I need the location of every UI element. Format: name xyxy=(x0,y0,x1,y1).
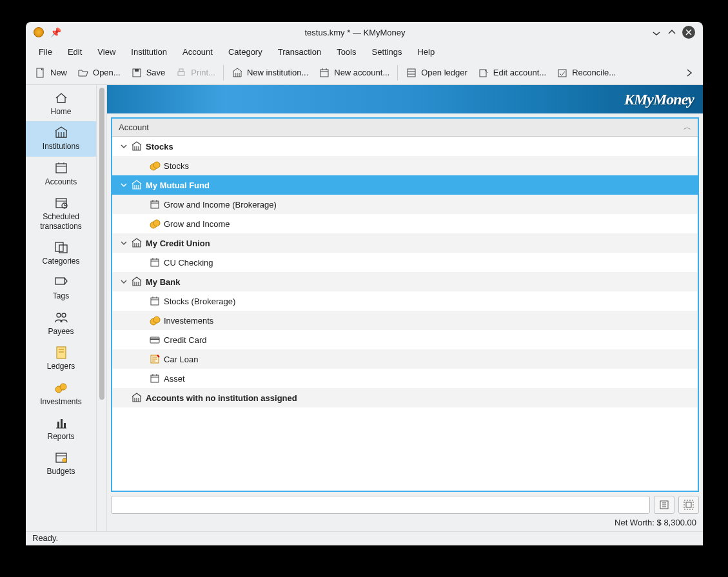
tree-row[interactable]: Grow and Income (Brokerage) xyxy=(112,195,698,214)
menubar: File Edit View Institution Account Categ… xyxy=(26,43,703,61)
sidebar-item-label: Home xyxy=(50,107,71,116)
sidebar-item-label: Reports xyxy=(47,432,74,441)
tree-header[interactable]: Account ︿ xyxy=(112,119,698,137)
inst-icon xyxy=(130,391,143,404)
collapse-all-button[interactable] xyxy=(654,496,674,514)
svg-rect-4 xyxy=(179,69,183,72)
tree-row[interactable]: Stocks xyxy=(112,137,698,156)
sidebar-item-reports[interactable]: Reports xyxy=(26,411,96,446)
svg-point-45 xyxy=(153,220,160,226)
toolbar-separator xyxy=(397,65,398,81)
sidebar-item-ledgers[interactable]: Ledgers xyxy=(26,341,96,376)
chevron-up-icon: ︿ xyxy=(684,122,691,133)
menu-view[interactable]: View xyxy=(91,44,122,59)
sidebar-item-categories[interactable]: Categories xyxy=(26,236,96,271)
pin-icon[interactable]: 📌 xyxy=(50,27,61,37)
toolbar-new[interactable]: New xyxy=(30,64,72,81)
menu-account[interactable]: Account xyxy=(176,44,219,59)
card-icon xyxy=(148,333,161,346)
institutions-icon xyxy=(54,125,69,141)
tree-row[interactable]: Investements xyxy=(112,311,698,330)
tree-row-label: Investements xyxy=(164,316,213,326)
menu-tools[interactable]: Tools xyxy=(330,44,362,59)
window-title: testus.kmy * — KMyMoney xyxy=(61,28,649,37)
sidebar-item-scheduled[interactable]: Scheduled transactions xyxy=(26,191,96,236)
tree-row-label: Accounts with no institution assigned xyxy=(146,393,297,403)
sidebar-item-budgets[interactable]: Budgets xyxy=(26,446,96,481)
toolbar-separator xyxy=(223,65,224,81)
svg-rect-46 xyxy=(151,259,159,266)
tree-body: StocksStocksMy Mutual FundGrow and Incom… xyxy=(112,137,698,491)
tree-row[interactable]: Stocks xyxy=(112,156,698,175)
sidebar-item-label: Institutions xyxy=(43,142,79,151)
chevron-down-icon[interactable] xyxy=(117,278,130,286)
cal-icon xyxy=(148,198,161,211)
svg-rect-50 xyxy=(151,298,159,305)
close-button[interactable] xyxy=(682,26,695,39)
net-worth: Net Worth: $ 8,300.00 xyxy=(107,516,703,531)
sidebar-scrollbar[interactable] xyxy=(97,85,107,531)
tree-row-label: CU Checking xyxy=(164,258,213,268)
menu-help[interactable]: Help xyxy=(411,44,441,59)
svg-rect-34 xyxy=(64,423,66,428)
filter-input[interactable] xyxy=(111,496,650,514)
toolbar-open[interactable]: Open... xyxy=(72,64,126,81)
institution-icon xyxy=(231,67,243,79)
chevron-down-icon[interactable] xyxy=(117,239,130,247)
sidebar-item-tags[interactable]: Tags xyxy=(26,271,96,306)
stocks-icon xyxy=(148,314,161,327)
sidebar-item-accounts[interactable]: Accounts xyxy=(26,157,96,191)
tree-row[interactable]: Accounts with no institution assigned xyxy=(112,388,698,407)
tree-row[interactable]: Stocks (Brokerage) xyxy=(112,291,698,311)
tree-row[interactable]: My Credit Union xyxy=(112,233,698,253)
toolbar-overflow[interactable] xyxy=(680,66,699,80)
app-icon xyxy=(34,27,44,37)
sidebar-item-label: Ledgers xyxy=(47,362,75,371)
svg-rect-14 xyxy=(56,164,66,173)
toolbar-reconcile[interactable]: Reconcile... xyxy=(551,64,621,81)
sidebar-item-payees[interactable]: Payees xyxy=(26,306,96,341)
svg-rect-13 xyxy=(558,70,566,77)
tree-row-label: Stocks xyxy=(164,161,189,171)
tree-row[interactable]: CU Checking xyxy=(112,253,698,272)
chevron-down-icon[interactable] xyxy=(117,181,130,189)
tree-row[interactable]: Credit Card xyxy=(112,330,698,349)
tree-row-label: My Credit Union xyxy=(146,239,210,248)
toolbar-new-institution[interactable]: New institution... xyxy=(226,64,313,81)
menu-transaction[interactable]: Transaction xyxy=(271,44,328,59)
menu-institution[interactable]: Institution xyxy=(124,44,173,59)
maximize-button[interactable] xyxy=(664,24,680,40)
folder-open-icon xyxy=(77,67,89,79)
minimize-button[interactable] xyxy=(649,24,664,40)
sidebar-item-investments[interactable]: Investments xyxy=(26,377,96,411)
net-worth-value: $ 8,300.00 xyxy=(657,518,696,527)
tree-row-label: Asset xyxy=(164,374,185,384)
menu-edit[interactable]: Edit xyxy=(61,44,88,59)
cal-icon xyxy=(148,256,161,269)
chevron-down-icon[interactable] xyxy=(117,142,130,150)
expand-all-button[interactable] xyxy=(678,496,699,514)
chevron-right-icon xyxy=(685,68,694,77)
menu-settings[interactable]: Settings xyxy=(366,44,409,59)
menu-file[interactable]: File xyxy=(32,44,59,59)
tree-row[interactable]: My Mutual Fund xyxy=(112,175,698,195)
inst-icon xyxy=(130,275,143,288)
toolbar-edit-account[interactable]: Edit account... xyxy=(473,64,551,81)
cal-icon xyxy=(148,372,161,385)
toolbar-open-ledger[interactable]: Open ledger xyxy=(400,64,473,81)
sidebar-item-label: Accounts xyxy=(45,177,77,186)
sidebar-item-label: Scheduled transactions xyxy=(28,212,93,231)
tree-row[interactable]: Asset xyxy=(112,369,698,388)
toolbar-save[interactable]: Save xyxy=(126,64,171,81)
tree-row[interactable]: My Bank xyxy=(112,272,698,291)
status-bar: Ready. xyxy=(26,531,703,545)
tree-row[interactable]: Car Loan xyxy=(112,349,698,369)
svg-rect-59 xyxy=(151,375,159,382)
sidebar-item-home[interactable]: Home xyxy=(26,86,96,121)
toolbar-new-account[interactable]: New account... xyxy=(313,64,395,81)
accounts-tree: Account ︿ StocksStocksMy Mutual FundGrow… xyxy=(111,117,699,492)
sidebar-item-institutions[interactable]: Institutions xyxy=(26,121,96,156)
tree-row[interactable]: Grow and Income xyxy=(112,214,698,233)
inst-w-icon xyxy=(130,179,143,191)
menu-category[interactable]: Category xyxy=(222,44,269,59)
